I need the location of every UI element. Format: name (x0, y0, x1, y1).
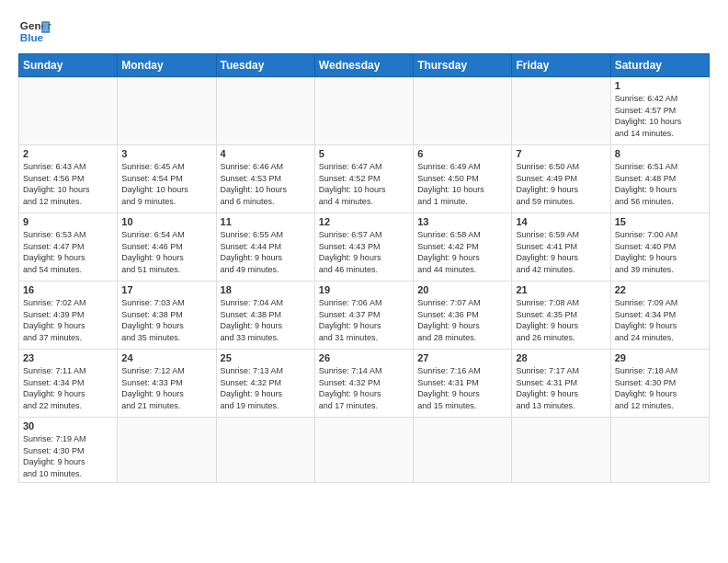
calendar-cell: 25Sunrise: 7:13 AM Sunset: 4:32 PM Dayli… (216, 350, 314, 418)
calendar-cell (118, 418, 216, 483)
day-info: Sunrise: 7:17 AM Sunset: 4:31 PM Dayligh… (516, 365, 606, 411)
day-number: 5 (319, 148, 409, 159)
calendar-cell: 13Sunrise: 6:58 AM Sunset: 4:42 PM Dayli… (414, 213, 512, 282)
day-number: 7 (516, 148, 606, 159)
day-info: Sunrise: 6:49 AM Sunset: 4:50 PM Dayligh… (417, 161, 507, 207)
day-info: Sunrise: 6:43 AM Sunset: 4:56 PM Dayligh… (23, 161, 113, 207)
day-info: Sunrise: 7:07 AM Sunset: 4:36 PM Dayligh… (417, 297, 507, 343)
calendar-cell: 26Sunrise: 7:14 AM Sunset: 4:32 PM Dayli… (314, 350, 413, 418)
day-info: Sunrise: 7:16 AM Sunset: 4:31 PM Dayligh… (417, 365, 507, 411)
day-info: Sunrise: 7:18 AM Sunset: 4:30 PM Dayligh… (615, 365, 705, 411)
calendar-cell: 12Sunrise: 6:57 AM Sunset: 4:43 PM Dayli… (314, 213, 413, 282)
calendar-cell (19, 77, 118, 145)
day-number: 16 (23, 284, 113, 295)
calendar-cell (118, 77, 216, 145)
calendar-week-3: 9Sunrise: 6:53 AM Sunset: 4:47 PM Daylig… (19, 213, 710, 282)
header-monday: Monday (118, 54, 216, 77)
calendar-cell: 28Sunrise: 7:17 AM Sunset: 4:31 PM Dayli… (512, 350, 610, 418)
calendar-week-1: 1Sunrise: 6:42 AM Sunset: 4:57 PM Daylig… (19, 77, 710, 145)
day-info: Sunrise: 6:57 AM Sunset: 4:43 PM Dayligh… (319, 229, 409, 275)
day-info: Sunrise: 7:06 AM Sunset: 4:37 PM Dayligh… (319, 297, 409, 343)
calendar-cell: 4Sunrise: 6:46 AM Sunset: 4:53 PM Daylig… (216, 145, 314, 213)
page: General Blue SundayMondayTuesdayWednesda… (0, 0, 728, 492)
day-info: Sunrise: 6:53 AM Sunset: 4:47 PM Dayligh… (23, 229, 113, 275)
calendar-cell (610, 418, 709, 483)
calendar-cell: 15Sunrise: 7:00 AM Sunset: 4:40 PM Dayli… (610, 213, 709, 282)
day-number: 30 (23, 420, 113, 431)
calendar-cell: 24Sunrise: 7:12 AM Sunset: 4:33 PM Dayli… (118, 350, 216, 418)
logo: General Blue (18, 15, 51, 48)
day-number: 13 (417, 216, 507, 227)
calendar-cell: 1Sunrise: 6:42 AM Sunset: 4:57 PM Daylig… (610, 77, 709, 145)
header-friday: Friday (512, 54, 610, 77)
calendar-cell: 27Sunrise: 7:16 AM Sunset: 4:31 PM Dayli… (414, 350, 512, 418)
header-saturday: Saturday (610, 54, 709, 77)
day-number: 9 (23, 216, 113, 227)
calendar-cell: 6Sunrise: 6:49 AM Sunset: 4:50 PM Daylig… (414, 145, 512, 213)
day-number: 8 (615, 148, 705, 159)
calendar-cell (216, 418, 314, 483)
calendar-cell: 3Sunrise: 6:45 AM Sunset: 4:54 PM Daylig… (118, 145, 216, 213)
day-info: Sunrise: 6:55 AM Sunset: 4:44 PM Dayligh… (221, 229, 311, 275)
header-wednesday: Wednesday (314, 54, 413, 77)
calendar-cell (512, 418, 610, 483)
day-info: Sunrise: 7:00 AM Sunset: 4:40 PM Dayligh… (615, 229, 705, 275)
svg-text:Blue: Blue (20, 31, 44, 43)
calendar-cell (512, 77, 610, 145)
calendar-week-6: 30Sunrise: 7:19 AM Sunset: 4:30 PM Dayli… (19, 418, 710, 483)
calendar-cell: 11Sunrise: 6:55 AM Sunset: 4:44 PM Dayli… (216, 213, 314, 282)
logo-icon: General Blue (18, 15, 51, 48)
day-number: 19 (319, 284, 409, 295)
day-number: 29 (615, 352, 705, 363)
calendar-cell: 10Sunrise: 6:54 AM Sunset: 4:46 PM Dayli… (118, 213, 216, 282)
day-number: 11 (221, 216, 311, 227)
calendar-cell: 7Sunrise: 6:50 AM Sunset: 4:49 PM Daylig… (512, 145, 610, 213)
day-number: 21 (516, 284, 606, 295)
day-number: 28 (516, 352, 606, 363)
calendar-cell: 16Sunrise: 7:02 AM Sunset: 4:39 PM Dayli… (19, 282, 118, 350)
day-info: Sunrise: 7:12 AM Sunset: 4:33 PM Dayligh… (121, 365, 211, 411)
calendar-cell: 21Sunrise: 7:08 AM Sunset: 4:35 PM Dayli… (512, 282, 610, 350)
calendar-cell (314, 418, 413, 483)
day-number: 18 (221, 284, 311, 295)
day-number: 23 (23, 352, 113, 363)
calendar-header-row: SundayMondayTuesdayWednesdayThursdayFrid… (19, 54, 710, 77)
calendar-cell: 30Sunrise: 7:19 AM Sunset: 4:30 PM Dayli… (19, 418, 118, 483)
calendar-cell: 5Sunrise: 6:47 AM Sunset: 4:52 PM Daylig… (314, 145, 413, 213)
day-info: Sunrise: 7:09 AM Sunset: 4:34 PM Dayligh… (615, 297, 705, 343)
header: General Blue (18, 15, 710, 48)
day-info: Sunrise: 7:04 AM Sunset: 4:38 PM Dayligh… (221, 297, 311, 343)
calendar-cell (216, 77, 314, 145)
day-number: 3 (121, 148, 211, 159)
calendar-cell: 29Sunrise: 7:18 AM Sunset: 4:30 PM Dayli… (610, 350, 709, 418)
day-info: Sunrise: 6:51 AM Sunset: 4:48 PM Dayligh… (615, 161, 705, 207)
header-tuesday: Tuesday (216, 54, 314, 77)
calendar-cell: 2Sunrise: 6:43 AM Sunset: 4:56 PM Daylig… (19, 145, 118, 213)
header-thursday: Thursday (414, 54, 512, 77)
calendar-cell: 20Sunrise: 7:07 AM Sunset: 4:36 PM Dayli… (414, 282, 512, 350)
day-number: 12 (319, 216, 409, 227)
calendar-week-4: 16Sunrise: 7:02 AM Sunset: 4:39 PM Dayli… (19, 282, 710, 350)
day-number: 10 (121, 216, 211, 227)
day-number: 15 (615, 216, 705, 227)
day-info: Sunrise: 7:08 AM Sunset: 4:35 PM Dayligh… (516, 297, 606, 343)
day-number: 1 (615, 80, 705, 91)
calendar-cell (314, 77, 413, 145)
day-info: Sunrise: 7:03 AM Sunset: 4:38 PM Dayligh… (121, 297, 211, 343)
day-number: 20 (417, 284, 507, 295)
day-info: Sunrise: 6:42 AM Sunset: 4:57 PM Dayligh… (615, 93, 705, 139)
calendar-cell (414, 77, 512, 145)
calendar-cell: 17Sunrise: 7:03 AM Sunset: 4:38 PM Dayli… (118, 282, 216, 350)
header-sunday: Sunday (19, 54, 118, 77)
day-info: Sunrise: 7:02 AM Sunset: 4:39 PM Dayligh… (23, 297, 113, 343)
day-info: Sunrise: 7:14 AM Sunset: 4:32 PM Dayligh… (319, 365, 409, 411)
day-info: Sunrise: 7:13 AM Sunset: 4:32 PM Dayligh… (221, 365, 311, 411)
day-number: 17 (121, 284, 211, 295)
calendar-cell: 9Sunrise: 6:53 AM Sunset: 4:47 PM Daylig… (19, 213, 118, 282)
day-number: 6 (417, 148, 507, 159)
calendar-cell: 19Sunrise: 7:06 AM Sunset: 4:37 PM Dayli… (314, 282, 413, 350)
day-info: Sunrise: 6:54 AM Sunset: 4:46 PM Dayligh… (121, 229, 211, 275)
day-info: Sunrise: 6:58 AM Sunset: 4:42 PM Dayligh… (417, 229, 507, 275)
day-info: Sunrise: 6:46 AM Sunset: 4:53 PM Dayligh… (221, 161, 311, 207)
calendar-cell: 23Sunrise: 7:11 AM Sunset: 4:34 PM Dayli… (19, 350, 118, 418)
